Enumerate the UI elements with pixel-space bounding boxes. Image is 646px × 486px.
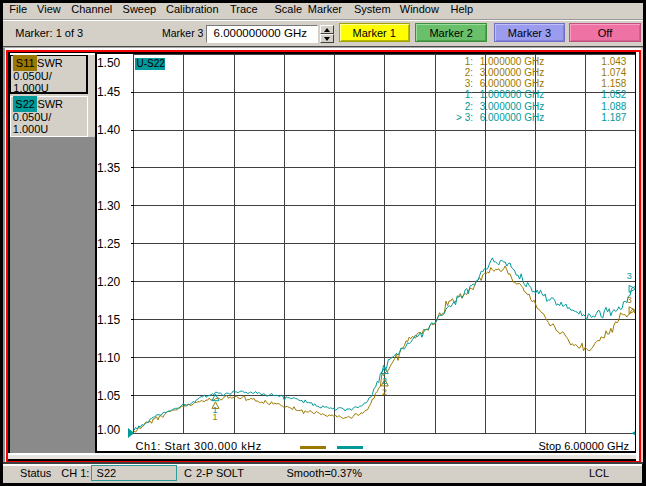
svg-text:1: 1 bbox=[212, 412, 217, 422]
svg-text:3: 3 bbox=[626, 271, 631, 281]
svg-text:3: 3 bbox=[626, 296, 631, 306]
svg-text:2: 2 bbox=[381, 376, 386, 386]
svg-text:2: 2 bbox=[381, 387, 386, 397]
